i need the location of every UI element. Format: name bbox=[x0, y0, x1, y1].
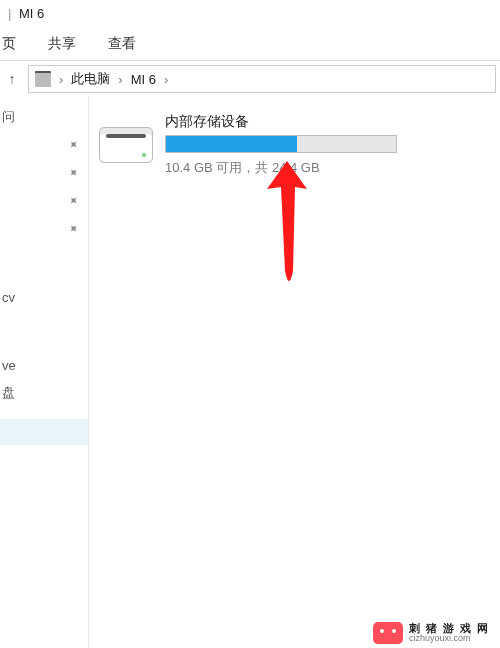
pin-icon: ✦ bbox=[65, 137, 82, 154]
ribbon-tab-home[interactable]: 页 bbox=[0, 31, 18, 57]
drive-item[interactable]: 内部存储设备 10.4 GB 可用，共 24.4 GB bbox=[99, 113, 490, 177]
watermark: 刺猪游戏网 cizhuyouxi.com bbox=[373, 622, 494, 644]
sidebar-item[interactable]: 盘 bbox=[0, 379, 88, 407]
sidebar-item-label: 问 bbox=[2, 108, 15, 126]
sidebar-item[interactable]: ve bbox=[0, 351, 88, 379]
title-bar: | MI 6 bbox=[0, 0, 500, 28]
chevron-right-icon: › bbox=[57, 72, 65, 87]
sidebar-item[interactable]: cv bbox=[0, 283, 88, 311]
annotation-arrow bbox=[267, 161, 307, 291]
watermark-text: 刺猪游戏网 cizhuyouxi.com bbox=[409, 622, 494, 644]
chevron-right-icon: › bbox=[162, 72, 170, 87]
ribbon-tab-view[interactable]: 查看 bbox=[106, 31, 138, 57]
address-bar[interactable]: › 此电脑 › MI 6 › bbox=[28, 65, 496, 93]
left-nav: 问 ✦ ✦ ✦ ✦ cv ve 盘 bbox=[0, 97, 89, 648]
sidebar-item[interactable]: ✦ bbox=[0, 215, 88, 243]
breadcrumb-device[interactable]: MI 6 bbox=[131, 72, 156, 87]
body: 问 ✦ ✦ ✦ ✦ cv ve 盘 内部存储设备 10.4 GB 可用，共 24… bbox=[0, 97, 500, 648]
content-pane: 内部存储设备 10.4 GB 可用，共 24.4 GB bbox=[89, 97, 500, 648]
sidebar-item[interactable]: ✦ bbox=[0, 131, 88, 159]
chevron-right-icon: › bbox=[116, 72, 124, 87]
window-title: MI 6 bbox=[19, 6, 44, 21]
drive-usage-fill bbox=[166, 136, 297, 152]
drive-name: 内部存储设备 bbox=[165, 113, 397, 131]
drive-subtitle: 10.4 GB 可用，共 24.4 GB bbox=[165, 159, 397, 177]
address-row: ↑ › 此电脑 › MI 6 › bbox=[0, 61, 500, 97]
device-icon bbox=[35, 71, 51, 87]
watermark-url: cizhuyouxi.com bbox=[409, 634, 494, 644]
sidebar-item[interactable]: 问 bbox=[0, 103, 88, 131]
drive-usage-bar bbox=[165, 135, 397, 153]
sidebar-item-label: 盘 bbox=[2, 384, 15, 402]
drive-info: 内部存储设备 10.4 GB 可用，共 24.4 GB bbox=[165, 113, 397, 177]
watermark-logo-icon bbox=[373, 622, 403, 644]
title-separator: | bbox=[4, 6, 15, 21]
nav-up-button[interactable]: ↑ bbox=[4, 71, 20, 87]
pin-icon: ✦ bbox=[65, 165, 82, 182]
sidebar-item-label: cv bbox=[2, 290, 15, 305]
sidebar-item[interactable]: ✦ bbox=[0, 159, 88, 187]
sidebar-item-label: ve bbox=[2, 358, 16, 373]
breadcrumb-this-pc[interactable]: 此电脑 bbox=[71, 70, 110, 88]
pin-icon: ✦ bbox=[65, 193, 82, 210]
drive-icon bbox=[99, 127, 153, 163]
ribbon-tabs: 页 共享 查看 bbox=[0, 28, 500, 61]
pin-icon: ✦ bbox=[65, 221, 82, 238]
sidebar-item-selected[interactable] bbox=[0, 419, 88, 445]
sidebar-item[interactable]: ✦ bbox=[0, 187, 88, 215]
ribbon-tab-share[interactable]: 共享 bbox=[46, 31, 78, 57]
